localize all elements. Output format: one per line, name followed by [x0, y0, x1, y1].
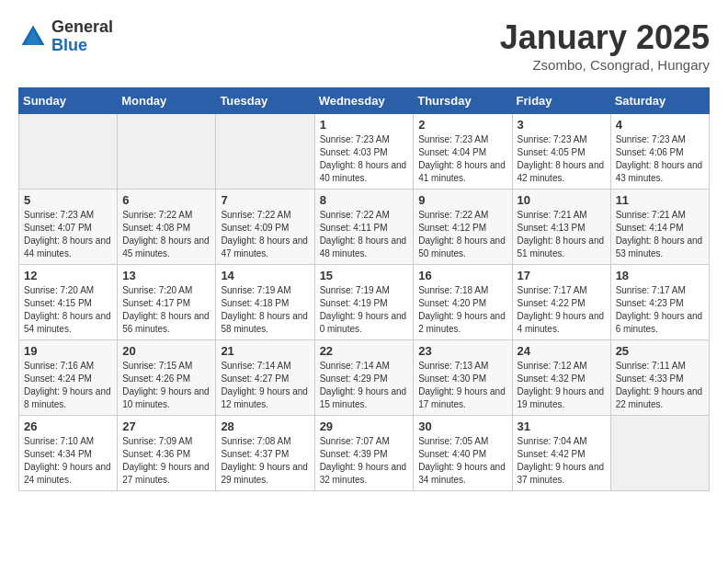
- logo-general-text: General: [51, 18, 113, 37]
- calendar-cell: 17Sunrise: 7:17 AM Sunset: 4:22 PM Dayli…: [512, 265, 610, 340]
- calendar-cell: 24Sunrise: 7:12 AM Sunset: 4:32 PM Dayli…: [512, 340, 610, 416]
- day-number: 21: [221, 344, 309, 358]
- day-number: 12: [24, 269, 112, 282]
- day-number: 1: [320, 118, 409, 132]
- day-info: Sunrise: 7:19 AM Sunset: 4:18 PM Dayligh…: [221, 284, 309, 336]
- calendar-cell: 13Sunrise: 7:20 AM Sunset: 4:17 PM Dayli…: [118, 265, 216, 340]
- calendar-table: SundayMondayTuesdayWednesdayThursdayFrid…: [18, 87, 710, 491]
- calendar-cell: 22Sunrise: 7:14 AM Sunset: 4:29 PM Dayli…: [314, 340, 414, 416]
- day-number: 4: [616, 118, 704, 132]
- day-number: 29: [320, 419, 409, 433]
- calendar-cell: [610, 416, 709, 491]
- day-info: Sunrise: 7:23 AM Sunset: 4:03 PM Dayligh…: [320, 133, 409, 185]
- day-number: 20: [122, 344, 210, 358]
- calendar-header: SundayMondayTuesdayWednesdayThursdayFrid…: [19, 88, 710, 114]
- calendar-cell: 25Sunrise: 7:11 AM Sunset: 4:33 PM Dayli…: [610, 340, 709, 416]
- day-number: 10: [518, 193, 606, 207]
- calendar-cell: 4Sunrise: 7:23 AM Sunset: 4:06 PM Daylig…: [610, 114, 709, 190]
- day-info: Sunrise: 7:14 AM Sunset: 4:27 PM Dayligh…: [221, 360, 309, 411]
- day-info: Sunrise: 7:22 AM Sunset: 4:12 PM Dayligh…: [418, 209, 506, 260]
- calendar-cell: 9Sunrise: 7:22 AM Sunset: 4:12 PM Daylig…: [414, 190, 512, 265]
- day-info: Sunrise: 7:23 AM Sunset: 4:05 PM Dayligh…: [518, 133, 606, 185]
- day-number: 9: [418, 193, 506, 207]
- day-info: Sunrise: 7:15 AM Sunset: 4:26 PM Dayligh…: [122, 360, 210, 411]
- day-info: Sunrise: 7:23 AM Sunset: 4:07 PM Dayligh…: [24, 209, 112, 260]
- day-info: Sunrise: 7:22 AM Sunset: 4:08 PM Dayligh…: [122, 209, 210, 260]
- logo-icon: [18, 22, 48, 52]
- day-info: Sunrise: 7:21 AM Sunset: 4:13 PM Dayligh…: [518, 209, 606, 260]
- calendar-cell: 16Sunrise: 7:18 AM Sunset: 4:20 PM Dayli…: [414, 265, 512, 340]
- calendar-week-row: 1Sunrise: 7:23 AM Sunset: 4:03 PM Daylig…: [19, 114, 710, 190]
- day-number: 18: [616, 269, 704, 282]
- day-number: 5: [24, 193, 112, 207]
- weekday-header-friday: Friday: [512, 88, 610, 114]
- day-info: Sunrise: 7:13 AM Sunset: 4:30 PM Dayligh…: [418, 360, 506, 411]
- calendar-cell: 28Sunrise: 7:08 AM Sunset: 4:37 PM Dayli…: [216, 416, 314, 491]
- calendar-cell: 26Sunrise: 7:10 AM Sunset: 4:34 PM Dayli…: [19, 416, 118, 491]
- weekday-header-tuesday: Tuesday: [216, 88, 314, 114]
- weekday-header-row: SundayMondayTuesdayWednesdayThursdayFrid…: [19, 88, 710, 114]
- calendar-cell: [216, 114, 314, 190]
- day-number: 11: [616, 193, 704, 207]
- day-number: 26: [24, 419, 112, 433]
- calendar-cell: 23Sunrise: 7:13 AM Sunset: 4:30 PM Dayli…: [414, 340, 512, 416]
- day-info: Sunrise: 7:11 AM Sunset: 4:33 PM Dayligh…: [616, 360, 704, 411]
- day-number: 28: [221, 419, 309, 433]
- calendar-cell: 6Sunrise: 7:22 AM Sunset: 4:08 PM Daylig…: [118, 190, 216, 265]
- calendar-cell: [19, 114, 118, 190]
- day-info: Sunrise: 7:04 AM Sunset: 4:42 PM Dayligh…: [518, 435, 606, 487]
- calendar-body: 1Sunrise: 7:23 AM Sunset: 4:03 PM Daylig…: [19, 114, 710, 491]
- day-info: Sunrise: 7:23 AM Sunset: 4:06 PM Dayligh…: [616, 133, 704, 185]
- weekday-header-sunday: Sunday: [19, 88, 118, 114]
- day-info: Sunrise: 7:22 AM Sunset: 4:09 PM Dayligh…: [221, 209, 309, 260]
- calendar-cell: 27Sunrise: 7:09 AM Sunset: 4:36 PM Dayli…: [118, 416, 216, 491]
- day-info: Sunrise: 7:05 AM Sunset: 4:40 PM Dayligh…: [418, 435, 506, 487]
- weekday-header-monday: Monday: [118, 88, 216, 114]
- logo-text: General Blue: [51, 18, 113, 55]
- calendar-week-row: 5Sunrise: 7:23 AM Sunset: 4:07 PM Daylig…: [19, 190, 710, 265]
- calendar-title: January 2025: [500, 18, 710, 57]
- day-info: Sunrise: 7:10 AM Sunset: 4:34 PM Dayligh…: [24, 435, 112, 487]
- day-number: 6: [122, 193, 210, 207]
- day-number: 8: [320, 193, 409, 207]
- weekday-header-saturday: Saturday: [610, 88, 709, 114]
- calendar-cell: 14Sunrise: 7:19 AM Sunset: 4:18 PM Dayli…: [216, 265, 314, 340]
- day-number: 16: [418, 269, 506, 282]
- day-info: Sunrise: 7:17 AM Sunset: 4:22 PM Dayligh…: [518, 284, 606, 336]
- weekday-header-wednesday: Wednesday: [314, 88, 414, 114]
- day-number: 30: [418, 419, 506, 433]
- calendar-cell: 8Sunrise: 7:22 AM Sunset: 4:11 PM Daylig…: [314, 190, 414, 265]
- day-number: 23: [418, 344, 506, 358]
- day-info: Sunrise: 7:17 AM Sunset: 4:23 PM Dayligh…: [616, 284, 704, 336]
- day-number: 7: [221, 193, 309, 207]
- calendar-cell: 31Sunrise: 7:04 AM Sunset: 4:42 PM Dayli…: [512, 416, 610, 491]
- calendar-week-row: 19Sunrise: 7:16 AM Sunset: 4:24 PM Dayli…: [19, 340, 710, 416]
- day-info: Sunrise: 7:18 AM Sunset: 4:20 PM Dayligh…: [418, 284, 506, 336]
- calendar-cell: 20Sunrise: 7:15 AM Sunset: 4:26 PM Dayli…: [118, 340, 216, 416]
- day-number: 3: [518, 118, 606, 132]
- weekday-header-thursday: Thursday: [414, 88, 512, 114]
- calendar-cell: 10Sunrise: 7:21 AM Sunset: 4:13 PM Dayli…: [512, 190, 610, 265]
- calendar-cell: 29Sunrise: 7:07 AM Sunset: 4:39 PM Dayli…: [314, 416, 414, 491]
- day-info: Sunrise: 7:12 AM Sunset: 4:32 PM Dayligh…: [518, 360, 606, 411]
- day-info: Sunrise: 7:07 AM Sunset: 4:39 PM Dayligh…: [320, 435, 409, 487]
- calendar-cell: 18Sunrise: 7:17 AM Sunset: 4:23 PM Dayli…: [610, 265, 709, 340]
- day-info: Sunrise: 7:09 AM Sunset: 4:36 PM Dayligh…: [122, 435, 210, 487]
- page-header: General Blue January 2025 Zsombo, Csongr…: [18, 18, 710, 73]
- title-block: January 2025 Zsombo, Csongrad, Hungary: [500, 18, 710, 73]
- calendar-cell: 21Sunrise: 7:14 AM Sunset: 4:27 PM Dayli…: [216, 340, 314, 416]
- calendar-location: Zsombo, Csongrad, Hungary: [500, 57, 710, 73]
- day-number: 27: [122, 419, 210, 433]
- calendar-cell: [118, 114, 216, 190]
- calendar-cell: 1Sunrise: 7:23 AM Sunset: 4:03 PM Daylig…: [314, 114, 414, 190]
- day-number: 14: [221, 269, 309, 282]
- calendar-week-row: 26Sunrise: 7:10 AM Sunset: 4:34 PM Dayli…: [19, 416, 710, 491]
- calendar-cell: 15Sunrise: 7:19 AM Sunset: 4:19 PM Dayli…: [314, 265, 414, 340]
- day-info: Sunrise: 7:08 AM Sunset: 4:37 PM Dayligh…: [221, 435, 309, 487]
- day-info: Sunrise: 7:19 AM Sunset: 4:19 PM Dayligh…: [320, 284, 409, 336]
- logo-blue-text: Blue: [51, 37, 113, 55]
- calendar-week-row: 12Sunrise: 7:20 AM Sunset: 4:15 PM Dayli…: [19, 265, 710, 340]
- day-info: Sunrise: 7:20 AM Sunset: 4:17 PM Dayligh…: [122, 284, 210, 336]
- day-number: 19: [24, 344, 112, 358]
- logo: General Blue: [18, 18, 113, 55]
